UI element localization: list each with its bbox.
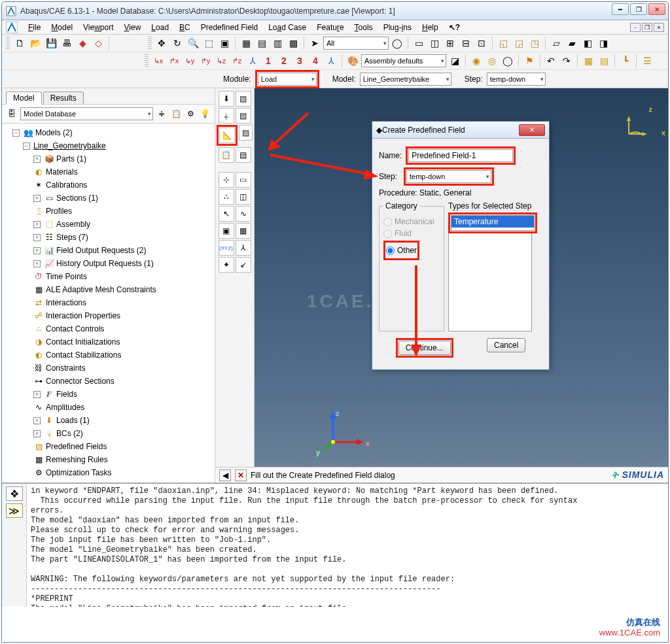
tb-case-mgr-icon[interactable]: ▤ [236,147,251,163]
model-tree[interactable]: −👥Models (2) −Line_Geometrybaike +📦Parts… [2,124,215,483]
tree-sections[interactable]: +▭Sections (1) [3,192,213,205]
prompt-back-icon[interactable]: ◀ [219,469,231,481]
type-list[interactable] [448,233,532,331]
view-2-button[interactable]: 2 [277,54,291,68]
dialog-titlebar[interactable]: ◆ Create Predefined Field ✕ [372,122,549,139]
zoom-icon[interactable]: 🔍 [186,36,200,50]
tb-datum-icon[interactable]: ⊹ [219,172,234,188]
tb-part-icon[interactable]: ▭ [236,172,251,188]
print-icon[interactable]: 🖶 [60,36,74,50]
inner-close-button[interactable]: × [654,23,664,32]
undo-icon[interactable]: ↶ [544,54,558,68]
grid4-icon[interactable]: ▩ [286,36,300,50]
view-3-button[interactable]: 3 [292,54,307,68]
inner-minimize-button[interactable]: - [630,23,641,32]
tree-cstab[interactable]: ◐Contact Stabilizations [3,348,213,362]
tree-amp[interactable]: ∿Amplitudes [3,401,213,414]
cube1-icon[interactable]: ◱ [496,36,510,50]
tab-model[interactable]: Model [6,92,42,105]
triad2-icon[interactable]: ⅄ [324,54,338,68]
save-icon[interactable]: 💾 [44,36,58,50]
cat-other[interactable]: Other [386,246,417,255]
tb-load-icon[interactable]: ⬇ [219,91,234,107]
vp2-icon[interactable]: ◫ [427,36,442,50]
filter-icon[interactable]: ≑ [156,108,168,120]
pointer-icon[interactable]: ➤ [308,36,322,50]
tree-conn[interactable]: ⊶Connector Sections [3,375,213,388]
box2-icon[interactable]: ▰ [565,36,579,50]
menu-bc[interactable]: BC [175,22,194,33]
continue-button[interactable]: Continue... [398,341,451,355]
circ3-icon[interactable]: ◯ [501,54,515,68]
tb-case-icon[interactable]: 📋 [219,147,234,163]
axis-y-icon[interactable]: ↱x [167,54,181,68]
flag-icon[interactable]: ⚑ [522,54,537,68]
menu-model[interactable]: Model [47,22,77,33]
selection-combo[interactable]: All [323,37,389,50]
rotate-icon[interactable]: ↻ [170,36,185,50]
tb-csys-icon[interactable]: ⅄ [236,240,251,256]
close-button[interactable]: ✕ [648,3,665,15]
box3-icon[interactable]: ◧ [580,36,595,50]
grid3-icon[interactable]: ▥ [270,36,285,50]
tab-results[interactable]: Results [43,92,84,104]
tree-pf[interactable]: ▤Predefined Fields [3,440,213,453]
tree-bcs[interactable]: +⏚BCs (2) [3,427,213,440]
axis-z-icon[interactable]: ↳z [214,54,228,68]
msg-info-icon[interactable]: ❖ [6,486,23,501]
axis-z2-icon[interactable]: ↱z [230,54,244,68]
db2-icon[interactable]: ◇ [91,36,105,50]
tb-sel-icon[interactable]: ↖ [219,206,234,222]
tree-ale[interactable]: ▦ALE Adaptive Mesh Constraints [3,283,213,296]
tb-bc-mgr-icon[interactable]: ▤ [236,108,251,124]
dialog-close-icon[interactable]: ✕ [519,124,545,136]
message-text[interactable]: in keyword *ENDPART, file "daoxian.inp",… [27,484,668,607]
cube2-icon[interactable]: ◲ [512,36,526,50]
tree-parts[interactable]: +📦Parts (1) [3,152,213,165]
module-combo[interactable]: Load [258,73,317,86]
redo-icon[interactable]: ↷ [559,54,574,68]
tree-hor[interactable]: +📈History Output Requests (1) [3,257,213,270]
tb-att-icon[interactable]: ↙ [236,257,251,273]
axis-y2-icon[interactable]: ↳y [183,54,197,68]
vp1-icon[interactable]: ▭ [412,36,426,50]
vp4-icon[interactable]: ⊟ [459,36,473,50]
tb-anal2-icon[interactable]: ▦ [236,223,251,239]
tb-set-icon[interactable]: ∴ [219,189,234,205]
dlg-step-combo[interactable]: temp-down [406,170,491,183]
grid1-icon[interactable]: ▦ [239,36,253,50]
tree-calib[interactable]: ✶Calibrations [3,178,213,192]
tree-line-geom[interactable]: −Line_Geometrybaike [3,139,213,152]
tb-surf-icon[interactable]: ◫ [236,189,251,205]
view-4-button[interactable]: 4 [308,54,323,68]
axis-y3-icon[interactable]: ↱y [198,54,213,68]
view-1-button[interactable]: 1 [261,54,275,68]
tree-cinit[interactable]: ◑Contact Initializations [3,335,213,348]
render-combo[interactable]: Assembly defaults [361,54,446,67]
box1-icon[interactable]: ▱ [549,36,563,50]
tree-constr[interactable]: ⛓Constraints [3,362,213,375]
cube3-icon[interactable]: ◳ [527,36,542,50]
menu-help[interactable]: Help [418,22,442,33]
tb-xyz-icon[interactable]: (XYZ) [219,240,234,256]
tree-sketch[interactable]: ✎Sketches [3,479,213,483]
tree-tp[interactable]: ⏱Time Points [3,270,213,283]
tree-models[interactable]: −👥Models (2) [3,126,213,139]
tree-for[interactable]: +📊Field Output Requests (2) [3,244,213,257]
context-help-icon[interactable]: ↖? [445,22,464,33]
menu-viewport[interactable]: Viewport [79,22,118,33]
tree-cctrl[interactable]: ⛬Contact Controls [3,322,213,335]
vp5-icon[interactable]: ⊡ [474,36,489,50]
palette-icon[interactable]: 🎨 [345,54,360,68]
inner-restore-button[interactable]: ❐ [642,23,652,32]
name-input[interactable] [408,149,513,162]
menu-loadcase[interactable]: Load Case [264,22,310,33]
tb-anal-icon[interactable]: ▣ [219,223,234,239]
tree-materials[interactable]: ◐Materials [3,165,213,178]
zoom-box-icon[interactable]: ⬚ [202,36,216,50]
tb-amp-icon[interactable]: ∿ [236,206,251,222]
tree-assembly[interactable]: +⬚Assembly [3,218,213,231]
type-temperature[interactable]: Temperature [451,216,534,228]
tb-manager-icon[interactable]: ▤ [236,91,251,107]
lasso-icon[interactable]: ◯ [390,36,404,50]
